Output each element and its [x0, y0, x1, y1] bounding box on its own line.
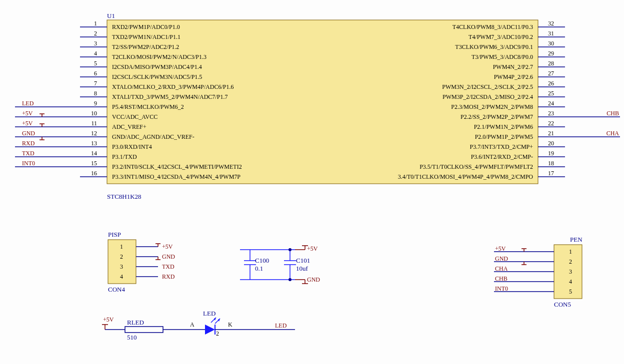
u1-pinname-9: P5.4/RST/MCLKO/PWM6_2	[112, 103, 184, 110]
u1-pinname-11: ADC_VREF+	[112, 123, 146, 130]
u1-pinname-16: P3.3/INT1/MISO_4/I2CSDA_4/PWM4N_4/PWM7P	[112, 173, 240, 180]
u1-pinnum-24: 24	[548, 100, 554, 107]
u1-pinnum-7: 7	[94, 80, 97, 87]
con4-net-2: GND	[162, 253, 175, 260]
u1-pinnum-30: 30	[548, 40, 554, 47]
svg-point-67	[288, 248, 292, 251]
u1-pinnum-19: 19	[548, 150, 554, 157]
svg-rect-75	[554, 245, 582, 299]
u1-pinnum-31: 31	[548, 30, 554, 37]
u1-pinname-13: P3.0/RXD/INT4	[112, 143, 152, 150]
u1-pinnum-5: 5	[94, 60, 97, 67]
caps-bot-net: GND	[307, 276, 320, 283]
rled-ref: RLED	[127, 319, 144, 326]
net-+5v: +5V	[22, 110, 33, 117]
u1-pinname-32: T4CLKO/PWM8_3/ADC11/P0.3	[452, 23, 533, 30]
led-symbol: LED 2	[200, 310, 230, 337]
u1-pinname-6: I2CSCL/SCLK/PWM3N/ADC5/P1.5	[112, 73, 202, 80]
u1-pinname-26: PWM3N_2/I2CSCL_2/SCLK_2/P2.5	[442, 83, 533, 90]
con5-pin-1: 1	[569, 248, 572, 255]
u1-pinnum-1: 1	[94, 20, 97, 27]
con4-net-3: TXD	[162, 263, 174, 270]
con5-component: PEN CON5 1+5V2GND3CHA4CHB5INT0	[494, 236, 582, 308]
led-ref: LED	[203, 310, 216, 317]
net-txd: TXD	[22, 150, 34, 157]
con5-net-5: INT0	[495, 285, 508, 292]
u1-pinname-15: P3.2/INT0/SCLK_4/I2CSCL_4/PWMETI/PWMETI2	[112, 163, 242, 170]
net-chb: CHB	[606, 110, 619, 117]
led-net: LED	[275, 322, 287, 329]
u1-pinnum-13: 13	[91, 140, 97, 147]
u1-pinnum-32: 32	[548, 20, 554, 27]
u1-pinnum-16: 16	[91, 170, 97, 177]
u1-pinname-7: XTALO/MCLKO_2/RXD_3/PWM4P/ADC6/P1.6	[112, 83, 234, 90]
u1-part: STC8H1K28	[107, 193, 142, 200]
u1-pinname-25: PWM3P_2/I2CSDA_2/MISO_2/P2.4	[442, 93, 533, 100]
svg-rect-88	[125, 327, 163, 333]
u1-pinnum-14: 14	[91, 150, 97, 157]
u1-pinnum-3: 3	[94, 40, 97, 47]
u1-pinname-17: 3.4/T0/T1CLKO/MOSI_4/PWM4P_4/PWM8_2/CMPO	[398, 173, 534, 180]
caps-block: C100 0.1 C101 10uf +5V GND	[240, 245, 320, 284]
u1-pinnum-18: 18	[548, 160, 554, 167]
u1-pinname-5: I2CSDA/MISO/PWM3P/ADC4/P1.4	[112, 63, 202, 70]
u1-pinname-2: TXD2/PWM1N/ADC1/P1.1	[112, 33, 180, 40]
con5-net-1: +5V	[495, 245, 506, 252]
u1-pinnum-2: 2	[94, 30, 97, 37]
net-+5v: +5V	[22, 120, 33, 127]
u1-pinname-28: PWM4N_2/P2.7	[493, 63, 533, 70]
u1-pinname-12: GND/ADC_AGND/ADC_VREF-	[112, 133, 194, 140]
u1-pinnum-29: 29	[548, 50, 554, 57]
led-pin2: 2	[216, 330, 219, 337]
u1-ref: U1	[107, 12, 115, 19]
u1-pinname-1: RXD2/PWM1P/ADC0/P1.0	[112, 23, 180, 30]
u1-pinnum-21: 21	[548, 130, 554, 137]
con5-pin-4: 4	[569, 278, 572, 285]
u1-pinname-3: T2/SS/PWM2P/ADC2/P1.2	[112, 43, 179, 50]
rled-val: 510	[127, 334, 137, 341]
u1-pinname-27: PWM4P_2/P2.6	[494, 73, 533, 80]
con5-part: CON5	[554, 301, 571, 308]
u1-pinnum-12: 12	[91, 130, 97, 137]
con4-ref: PISP	[108, 231, 121, 238]
u1-pinnum-10: 10	[91, 110, 97, 117]
svg-marker-97	[218, 319, 220, 322]
u1-pinname-23: P2.2/SS_2/PWM2P_2/PWM7	[460, 113, 533, 120]
u1-pinnum-8: 8	[94, 90, 97, 97]
u1-pinname-24: P2.3/MOSI_2/PWM2N_2/PWM8	[451, 103, 533, 110]
u1-component: U1 STC8H1K28 1RXD2/PWM1P/ADC0/P1.02TXD2/…	[15, 12, 620, 200]
u1-pinnum-4: 4	[94, 50, 97, 57]
u1-pinnum-11: 11	[91, 120, 97, 127]
u1-pinnum-23: 23	[548, 110, 554, 117]
net-gnd: GND	[22, 130, 35, 137]
caps-top-net: +5V	[307, 245, 318, 252]
u1-pinname-20: P3.7/INT3/TXD_2/CMP+	[470, 143, 534, 150]
con4-pin-1: 1	[120, 243, 123, 250]
con5-pin-3: 3	[569, 268, 572, 275]
u1-pinnum-22: 22	[548, 120, 554, 127]
u1-pinnum-9: 9	[94, 100, 97, 107]
u1-pinnum-15: 15	[91, 160, 97, 167]
con4-component: PISP CON4 1+5V2GND3TXD4RXD	[108, 231, 175, 293]
con4-pin-3: 3	[120, 263, 123, 270]
svg-point-68	[288, 278, 292, 281]
con4-pin-2: 2	[120, 253, 123, 260]
u1-pinnum-6: 6	[94, 70, 97, 77]
u1-pinnum-28: 28	[548, 60, 554, 67]
con4-net-1: +5V	[162, 243, 173, 250]
u1-pinnum-25: 25	[548, 90, 554, 97]
led-circuit: +5V RLED 510 A LED 2 K LED	[102, 310, 295, 341]
u1-pinname-19: P3.6/INT2/RXD_2/CMP-	[471, 153, 533, 160]
con5-ref: PEN	[570, 236, 582, 243]
u1-pinname-31: T4/PWM7_3/ADC10/P0.2	[468, 33, 533, 40]
u1-pinnum-20: 20	[548, 140, 554, 147]
u1-pinname-14: P3.1/TXD	[112, 153, 137, 160]
led-anode: A	[190, 321, 194, 328]
c101-ref: C101	[296, 257, 310, 264]
con5-pin-2: 2	[569, 258, 572, 265]
con4-pin-4: 4	[120, 273, 123, 280]
con5-net-2: GND	[495, 255, 508, 262]
net-rxd: RXD	[22, 140, 35, 147]
u1-pinname-10: VCC/ADC_AVCC	[112, 113, 158, 120]
u1-pinnum-17: 17	[548, 170, 554, 177]
